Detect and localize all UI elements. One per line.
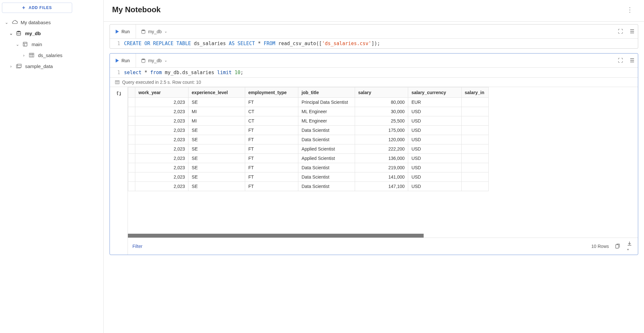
column-header[interactable]: work_year xyxy=(135,87,188,98)
chevron-down-icon: ⌄ xyxy=(164,58,167,63)
cell-menu-icon[interactable]: ☰ xyxy=(626,57,638,64)
tree-node-label: sample_data xyxy=(25,64,53,69)
play-icon xyxy=(116,59,119,63)
dataset-icon xyxy=(16,64,23,68)
cell-work-year: 2,023 xyxy=(135,116,188,126)
table-row[interactable]: 2,023SEFTData Scientist175,000USD xyxy=(128,126,489,135)
copy-icon[interactable] xyxy=(613,243,621,250)
cell-employment-type: FT xyxy=(245,126,298,135)
table-row[interactable]: 2,023SEFTApplied Scientist136,000USD xyxy=(128,154,489,163)
notebook-title[interactable]: My Notebook xyxy=(112,5,161,14)
tree-node-ds-salaries[interactable]: › ds_salaries xyxy=(1,50,102,61)
chevron-down-icon: ⌄ xyxy=(164,29,167,34)
line-number: 1 xyxy=(110,41,124,46)
sql-cell-2: Run my_db ⌄ ⛶ ☰ 1 select * from my_db.ds… xyxy=(110,53,638,255)
column-header[interactable]: employment_type xyxy=(245,87,298,98)
database-selector[interactable]: my_db ⌄ xyxy=(136,58,172,63)
cell-salary: 80,000 xyxy=(355,98,408,107)
column-header[interactable]: salary_currency xyxy=(408,87,461,98)
db-name: my_db xyxy=(148,29,162,34)
more-menu-icon[interactable]: ⋮ xyxy=(624,5,636,15)
horizontal-scrollbar[interactable] xyxy=(128,234,638,238)
cell-employment-type: FT xyxy=(245,135,298,144)
chevron-down-icon: ⌄ xyxy=(15,42,20,47)
cell-employment-type: FT xyxy=(245,98,298,107)
cell-salary-currency: USD xyxy=(408,154,461,163)
column-header[interactable]: experience_level xyxy=(188,87,245,98)
run-button[interactable]: Run xyxy=(110,24,136,38)
add-files-button[interactable]: + ADD FILES xyxy=(2,3,72,13)
cell-salary-in xyxy=(461,126,488,135)
sql-line: CREATE OR REPLACE TABLE ds_salaries AS S… xyxy=(124,41,638,46)
row-number-cell xyxy=(128,107,135,116)
cell-work-year: 2,023 xyxy=(135,126,188,135)
tree-node-label: ds_salaries xyxy=(38,53,62,58)
cell-job-title: Principal Data Scientist xyxy=(298,98,355,107)
download-icon[interactable]: ▾ xyxy=(626,240,633,252)
cell-work-year: 2,023 xyxy=(135,107,188,116)
svg-rect-4 xyxy=(29,53,34,57)
cell-employment-type: FT xyxy=(245,154,298,163)
notebook-cells: Run my_db ⌄ ⛶ ☰ 1 CREATE OR REPLACE TABL… xyxy=(104,22,644,333)
table-row[interactable]: 2,023MICTML Engineer30,000USD xyxy=(128,107,489,116)
row-number-cell xyxy=(128,172,135,182)
cell-work-year: 2,023 xyxy=(135,182,188,191)
cell-experience-level: SE xyxy=(188,163,245,172)
cell-salary-currency: EUR xyxy=(408,98,461,107)
cell-salary-in xyxy=(461,135,488,144)
cell-salary: 219,000 xyxy=(355,163,408,172)
table-row[interactable]: 2,023SEFTData Scientist141,000USD xyxy=(128,172,489,182)
row-number-header[interactable] xyxy=(128,87,135,98)
cell-job-title: Data Scientist xyxy=(298,172,355,182)
cell-salary-in xyxy=(461,163,488,172)
cell-job-title: Data Scientist xyxy=(298,182,355,191)
titlebar: My Notebook ⋮ xyxy=(104,0,644,22)
play-icon xyxy=(116,30,119,34)
cell-job-title: Data Scientist xyxy=(298,126,355,135)
cell-salary-currency: USD xyxy=(408,182,461,191)
cell-experience-level: MI xyxy=(188,116,245,126)
table-row[interactable]: 2,023MICTML Engineer25,500USD xyxy=(128,116,489,126)
tree-root-databases[interactable]: ⌄ My databases xyxy=(1,17,102,28)
tree-node-main[interactable]: ⌄ main xyxy=(1,39,102,50)
tree-node-sample-data[interactable]: › sample_data xyxy=(1,61,102,72)
sql-editor[interactable]: 1 select * from my_db.ds_salaries limit … xyxy=(110,68,638,77)
add-files-label: ADD FILES xyxy=(29,5,52,10)
cell-menu-icon[interactable]: ☰ xyxy=(626,28,638,34)
run-label: Run xyxy=(121,58,130,63)
svg-rect-17 xyxy=(616,245,619,248)
pivot-icon[interactable] xyxy=(116,90,122,255)
column-header[interactable]: salary_in xyxy=(461,87,488,98)
row-number-cell xyxy=(128,144,135,154)
svg-point-0 xyxy=(17,31,21,32)
cell-job-title: ML Engineer xyxy=(298,107,355,116)
cell-experience-level: SE xyxy=(188,135,245,144)
run-button[interactable]: Run xyxy=(110,54,136,67)
table-row[interactable]: 2,023SEFTApplied Scientist222,200USD xyxy=(128,144,489,154)
cloud-icon xyxy=(12,20,18,24)
column-header[interactable]: job_title xyxy=(298,87,355,98)
table-row[interactable]: 2,023SEFTPrincipal Data Scientist80,000E… xyxy=(128,98,489,107)
table-row[interactable]: 2,023SEFTData Scientist147,100USD xyxy=(128,182,489,191)
column-header[interactable]: salary xyxy=(355,87,408,98)
table-row[interactable]: 2,023SEFTData Scientist219,000USD xyxy=(128,163,489,172)
cell-experience-level: SE xyxy=(188,126,245,135)
database-selector[interactable]: my_db ⌄ xyxy=(136,29,172,34)
cell-salary: 222,200 xyxy=(355,144,408,154)
cell-salary-in xyxy=(461,98,488,107)
run-label: Run xyxy=(121,29,130,34)
result-footer: Filter 10 Rows ▾ xyxy=(128,238,638,255)
cell-salary: 141,000 xyxy=(355,172,408,182)
svg-point-12 xyxy=(141,58,145,60)
cell-salary-currency: USD xyxy=(408,116,461,126)
cell-job-title: Applied Scientist xyxy=(298,144,355,154)
filter-link[interactable]: Filter xyxy=(132,244,142,249)
sql-editor[interactable]: 1 CREATE OR REPLACE TABLE ds_salaries AS… xyxy=(110,39,638,48)
cell-salary-in xyxy=(461,182,488,191)
result-area: work_year experience_level employment_ty… xyxy=(110,87,638,255)
tree-node-mydb[interactable]: ⌄ my_db xyxy=(1,28,102,39)
expand-icon[interactable]: ⛶ xyxy=(615,29,626,34)
expand-icon[interactable]: ⛶ xyxy=(615,58,626,64)
table-row[interactable]: 2,023SEFTData Scientist120,000USD xyxy=(128,135,489,144)
grid-scroll[interactable]: work_year experience_level employment_ty… xyxy=(128,87,638,191)
